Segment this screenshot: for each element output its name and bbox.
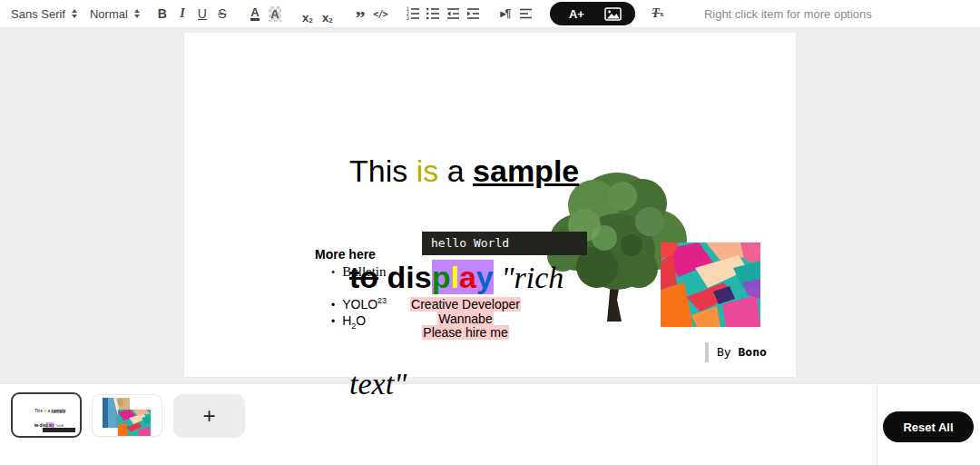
insert-tools-pill: A+ xyxy=(550,2,635,25)
list-item: •Bulletin xyxy=(315,264,387,281)
abstract-art-thumb-image xyxy=(118,410,151,437)
underline-button[interactable]: U xyxy=(192,3,212,25)
indent-button[interactable] xyxy=(463,3,483,25)
italic-button[interactable]: I xyxy=(172,3,192,25)
strikethrough-button[interactable]: S xyxy=(212,3,232,25)
rich-text-heading[interactable]: This is a sample to display "rich text" xyxy=(349,83,640,465)
slide-thumbnail-1-selected[interactable]: This is a sample to display "rich text" xyxy=(11,392,82,438)
indent-icon xyxy=(465,5,481,22)
text-style-value: Normal xyxy=(90,7,128,21)
rich-text-toolbar: Sans Serif Normal B I U S A A x2 x2 ” </… xyxy=(0,0,980,28)
list-item: •H2O xyxy=(315,313,387,334)
insert-image-button[interactable] xyxy=(604,7,622,21)
text-style-picker[interactable]: Normal xyxy=(90,7,140,21)
slide-canvas[interactable]: This is a sample to display "rich text" … xyxy=(184,33,796,377)
heading-line-3: text" xyxy=(349,366,640,401)
bullet-list-button[interactable] xyxy=(423,3,443,25)
code-block[interactable]: hello World xyxy=(422,232,587,255)
align-button[interactable] xyxy=(515,3,535,25)
highlight-color-button[interactable]: A xyxy=(265,3,285,25)
list-title: More here xyxy=(315,247,387,262)
slide-thumbnail-preview: This is a sample to display "rich text" xyxy=(13,394,80,436)
svg-text:3: 3 xyxy=(406,15,409,21)
hire-text-block[interactable]: Creative Developer Wannabe Please hire m… xyxy=(393,298,538,341)
clear-formatting-button[interactable]: Tx xyxy=(648,3,668,25)
align-left-icon xyxy=(517,5,534,22)
subscript-button[interactable]: x2 xyxy=(298,3,318,25)
dropdown-arrows-icon xyxy=(134,9,140,18)
code-block-button[interactable]: </> xyxy=(370,3,390,25)
text-color-button[interactable]: A xyxy=(245,3,265,25)
ordered-list-icon: 123 xyxy=(405,5,421,22)
hire-line: Creative Developer xyxy=(393,298,538,312)
editor-workspace: This is a sample to display "rich text" … xyxy=(0,28,980,383)
superscript-icon: x xyxy=(322,11,328,25)
add-slide-button[interactable]: + xyxy=(173,394,245,438)
heading-line-1: This is a sample xyxy=(349,153,640,189)
list-item: •YOLO23 xyxy=(315,293,387,313)
list-blank-line xyxy=(315,281,387,293)
bullet-list-icon xyxy=(425,5,441,22)
reset-all-button[interactable]: Reset All xyxy=(883,411,974,442)
ordered-list-button[interactable]: 123 xyxy=(403,3,423,25)
slide-thumbnail-2[interactable] xyxy=(92,394,162,437)
add-text-button[interactable]: A+ xyxy=(564,6,590,22)
outdent-button[interactable] xyxy=(443,3,463,25)
image-icon xyxy=(604,7,622,21)
dropdown-arrows-icon xyxy=(72,9,77,18)
purple-highlight: play xyxy=(432,260,494,294)
blockquote-button[interactable]: ” xyxy=(350,3,370,25)
mini-code-block xyxy=(43,428,75,432)
plus-icon: + xyxy=(202,403,215,429)
superscript-button[interactable]: x2 xyxy=(318,3,338,25)
hire-line: Please hire me xyxy=(393,326,538,341)
clear-formatting-icon: T xyxy=(652,6,660,21)
heading-line-2: to display "rich xyxy=(349,260,640,295)
bullet-list-block[interactable]: More here •Bulletin •YOLO23 •H2O xyxy=(315,247,387,333)
hire-line: Wannabe xyxy=(393,312,538,327)
outdent-icon xyxy=(445,5,461,22)
text-direction-button[interactable]: ▸¶ xyxy=(495,3,515,25)
font-family-picker[interactable]: Sans Serif xyxy=(11,7,77,21)
text-color-icon: A xyxy=(250,6,259,21)
bold-button[interactable]: B xyxy=(152,3,172,25)
footer-divider xyxy=(877,384,877,465)
highlight-color-icon: A xyxy=(269,6,280,22)
byline-blockquote[interactable]: By Bono xyxy=(705,342,767,362)
abstract-art-image[interactable] xyxy=(661,242,760,327)
subscript-icon: x xyxy=(302,11,309,25)
toolbar-hint-text: Right click item for more options xyxy=(704,7,872,21)
font-family-value: Sans Serif xyxy=(11,7,65,21)
